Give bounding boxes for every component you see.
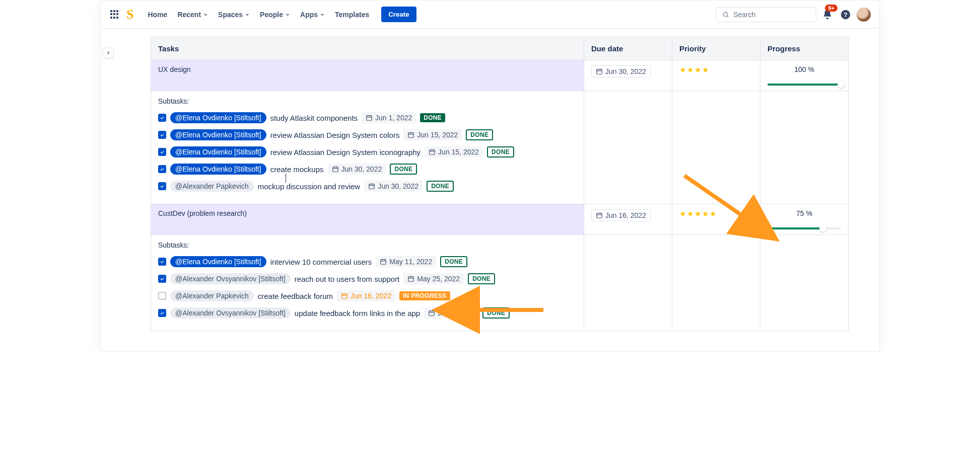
subtask-status[interactable]: DONE [440,256,467,267]
subtask-status[interactable]: DONE [468,273,495,284]
svg-text:?: ? [844,11,848,18]
subtask-checkbox[interactable] [158,258,166,266]
subtask-text[interactable]: mockup discussion and review [258,182,360,191]
subtask-text[interactable]: create feedback forum [258,292,333,300]
nav-item-apps[interactable]: Apps [295,8,330,22]
group-due[interactable]: Jun 16, 2022 [584,204,672,235]
search-input[interactable] [733,11,810,19]
empty-cell [672,235,760,331]
subtask-status[interactable]: DONE [427,181,454,192]
notifications-icon[interactable]: 9+ [820,8,834,22]
help-icon[interactable]: ? [838,8,853,22]
subtask-date[interactable]: Jun 16, 2022 [337,290,395,301]
apps-switcher-icon[interactable] [109,10,119,20]
progress-bar[interactable] [767,84,841,86]
star-icon: ★ [710,209,716,218]
calendar-icon [596,212,603,219]
calendar-icon [407,131,414,138]
subtask-text[interactable]: study Atlaskit components [270,114,358,122]
star-icon: ★ [687,65,693,74]
group-name[interactable]: CustDev (problem research) [151,204,584,235]
subtask-checkbox[interactable] [158,292,166,300]
subtask-checkbox[interactable] [158,131,166,139]
subtask-checkbox[interactable] [158,182,166,190]
user-mention[interactable]: @Alexander Papkevich [170,181,254,192]
sidebar-expand-button[interactable] [102,47,114,59]
subtask-date[interactable]: Jun 30, 2022 [328,164,386,175]
nav-item-recent[interactable]: Recent [172,8,213,22]
nav-item-spaces[interactable]: Spaces [213,8,255,22]
subtask-checkbox[interactable] [158,148,166,156]
group-due[interactable]: Jun 30, 2022 [584,60,672,91]
subtask-text[interactable]: update feedback form links in the app [295,309,420,318]
subtasks-row: Subtasks:@Elena Ovdienko [Stiltsoft] int… [151,235,849,331]
task-table: Tasks Due date Priority Progress UX desi… [151,37,849,331]
subtask-status[interactable]: DONE [466,129,493,140]
svg-rect-20 [332,167,338,172]
group-progress[interactable]: 100 % [760,60,849,91]
subtask-text[interactable]: reach out to users from support [295,275,399,283]
group-row: CustDev (problem research) Jun 16, 2022★… [151,204,849,235]
star-icon: ★ [687,209,693,218]
star-icon: ★ [679,209,686,218]
svg-rect-36 [408,277,414,281]
user-mention[interactable]: @Alexander Ovsyannikov [Stiltsoft] [170,307,291,319]
user-mention[interactable]: @Alexander Ovsyannikov [Stiltsoft] [170,273,291,284]
subtask-status[interactable]: DONE [482,307,510,319]
calendar-icon [380,258,387,265]
calendar-icon [407,275,414,282]
subtask-date[interactable]: Jun 1, 2022 [424,307,478,319]
chevron-down-icon [245,12,250,17]
progress-thumb[interactable] [837,81,845,88]
subtask-date[interactable]: Jun 1, 2022 [362,112,416,123]
subtask-status[interactable]: DONE [487,146,514,157]
progress-bar[interactable] [767,227,841,229]
notification-badge: 9+ [825,5,837,12]
subtask-date[interactable]: May 11, 2022 [376,256,436,267]
app-logo[interactable]: S [126,7,133,22]
user-mention[interactable]: @Alexander Papkevich [170,290,254,301]
subtasks-cell: Subtasks:@Elena Ovdienko [Stiltsoft] stu… [151,91,584,204]
group-priority[interactable]: ★★★★ [672,60,760,91]
user-avatar[interactable] [857,8,871,22]
nav-item-templates[interactable]: Templates [330,8,374,22]
progress-thumb[interactable] [819,225,826,232]
subtask-date[interactable]: Jun 15, 2022 [425,146,483,157]
group-priority[interactable]: ★★★★★ [672,204,760,235]
group-progress[interactable]: 75 % [760,204,849,235]
star-icon: ★ [702,65,709,74]
empty-cell [584,91,672,204]
nav-item-home[interactable]: Home [143,8,172,22]
user-mention[interactable]: @Elena Ovdienko [Stiltsoft] [170,164,266,175]
topbar: S HomeRecent Spaces People Apps Template… [101,1,879,29]
svg-rect-44 [429,311,435,316]
empty-cell [760,235,849,331]
nav-item-people[interactable]: People [255,8,295,22]
calendar-icon [428,309,435,317]
user-mention[interactable]: @Elena Ovdienko [Stiltsoft] [170,146,266,157]
user-mention[interactable]: @Elena Ovdienko [Stiltsoft] [170,112,266,123]
group-name[interactable]: UX design [151,60,584,91]
subtask-checkbox[interactable] [158,309,166,317]
subtask-text[interactable]: review Atlassian Design System colors [270,131,400,139]
subtask-checkbox[interactable] [158,114,166,122]
subtask-text[interactable]: create mockups [270,165,324,174]
user-mention[interactable]: @Elena Ovdienko [Stiltsoft] [170,256,266,267]
header-progress: Progress [760,37,849,60]
subtask-checkbox[interactable] [158,165,166,173]
subtask-item: @Alexander Papkevich create feedback for… [158,290,577,301]
subtask-text[interactable]: interview 10 commercial users [270,258,372,266]
subtask-status[interactable]: IN PROGRESS [399,291,450,300]
subtask-date[interactable]: Jun 15, 2022 [403,129,462,140]
sidebar-collapse-handle [101,29,115,351]
subtask-checkbox[interactable] [158,275,166,283]
subtask-status[interactable]: DONE [390,164,417,175]
subtask-date[interactable]: May 25, 2022 [403,273,464,284]
user-mention[interactable]: @Elena Ovdienko [Stiltsoft] [170,129,266,140]
create-button[interactable]: Create [381,7,416,22]
subtask-text[interactable]: review Atlassian Design System iconograp… [270,148,421,156]
subtask-status[interactable]: DONE [420,113,445,122]
subtask-item: @Elena Ovdienko [Stiltsoft] review Atlas… [158,146,577,157]
subtask-date[interactable]: Jun 30, 2022 [364,181,423,192]
search-box[interactable] [716,7,816,22]
